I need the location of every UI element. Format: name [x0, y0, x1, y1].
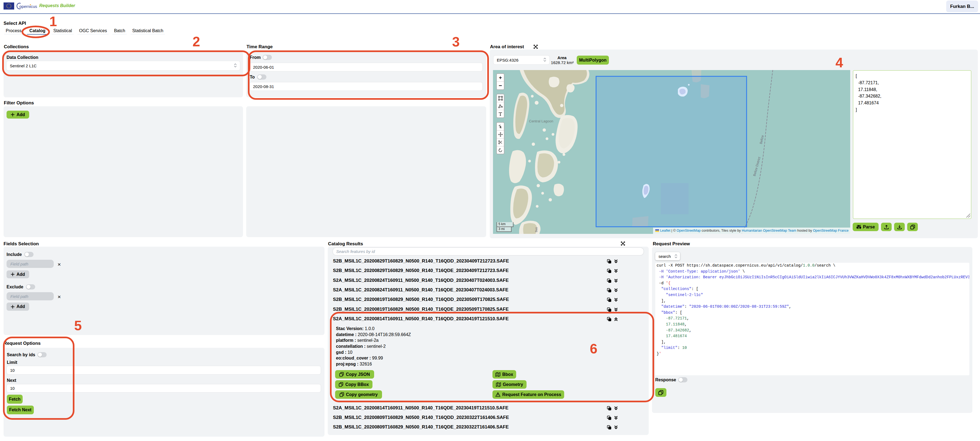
svg-text:1: 1: [49, 14, 57, 29]
svg-text:Beli: Beli: [535, 227, 538, 232]
svg-text:opernicus: opernicus: [19, 4, 37, 9]
svg-text:2: 2: [192, 34, 200, 49]
svg-text:3: 3: [452, 34, 460, 49]
svg-text:Central Lagoon: Central Lagoon: [529, 119, 553, 123]
